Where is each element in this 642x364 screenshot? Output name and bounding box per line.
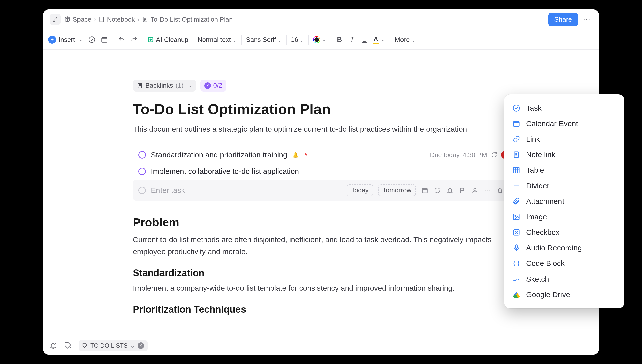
breadcrumb: Space › Notebook › To-Do List Optimizati… bbox=[64, 16, 233, 23]
svg-point-10 bbox=[513, 105, 520, 111]
menu-label: Checkbox bbox=[526, 228, 559, 237]
insert-menu-attachment[interactable]: Attachment bbox=[504, 194, 624, 209]
task-checkmark-button[interactable] bbox=[88, 36, 96, 44]
quick-date-today[interactable]: Today bbox=[347, 184, 373, 196]
table-icon bbox=[512, 166, 521, 174]
delete-task-icon[interactable] bbox=[496, 186, 504, 194]
page-title[interactable]: To-Do List Optimization Plan bbox=[133, 101, 509, 117]
insert-menu-checkbox[interactable]: Checkbox bbox=[504, 225, 624, 240]
ai-cleanup-button[interactable]: AI Cleanup bbox=[147, 36, 188, 44]
menu-label: Audio Recording bbox=[526, 244, 582, 252]
redo-button[interactable] bbox=[130, 36, 138, 44]
italic-button[interactable]: I bbox=[348, 36, 356, 44]
calendar-icon bbox=[512, 119, 521, 128]
menu-label: Code Block bbox=[526, 259, 565, 268]
remove-tag-button[interactable]: ✕ bbox=[138, 342, 144, 349]
share-button[interactable]: Share bbox=[548, 13, 578, 26]
font-family-select[interactable]: Sans Serif bbox=[246, 36, 282, 44]
menu-label: Table bbox=[526, 166, 544, 174]
insert-menu-google-drive[interactable]: Google Drive bbox=[504, 287, 624, 302]
svg-rect-6 bbox=[422, 188, 427, 193]
insert-menu-image[interactable]: Image bbox=[504, 209, 624, 225]
backlinks-chip[interactable]: Backlinks (1) bbox=[133, 80, 196, 92]
task-icon bbox=[512, 104, 521, 112]
task-checkbox[interactable] bbox=[138, 168, 146, 175]
task-row[interactable]: Standardization and prioritization train… bbox=[133, 147, 509, 163]
menu-label: Link bbox=[526, 135, 540, 143]
insert-menu-divider[interactable]: Divider bbox=[504, 178, 624, 194]
breadcrumb-page-label: To-Do List Optimization Plan bbox=[150, 16, 233, 23]
font-color-a-icon: A bbox=[373, 35, 379, 44]
repeat-icon bbox=[491, 152, 497, 158]
font-color-button[interactable]: A bbox=[373, 35, 385, 44]
more-options-button[interactable]: ··· bbox=[581, 14, 592, 25]
svg-rect-17 bbox=[515, 245, 517, 249]
insert-menu-table[interactable]: Table bbox=[504, 162, 624, 178]
task-checkbox-empty[interactable] bbox=[138, 187, 146, 194]
section-heading-standardization[interactable]: Standardization bbox=[133, 268, 509, 279]
attachment-icon bbox=[512, 197, 521, 206]
sparkle-icon bbox=[147, 36, 154, 43]
new-task-row: Today Tomorrow ··· bbox=[133, 180, 509, 201]
flag-icon[interactable] bbox=[458, 186, 466, 194]
backlinks-label: Backlinks bbox=[145, 82, 173, 89]
task-row[interactable]: Implement collaborative to-do list appli… bbox=[133, 163, 509, 180]
tag-label: TO DO LISTS bbox=[90, 342, 128, 349]
more-formatting-button[interactable]: More bbox=[395, 36, 415, 44]
date-picker-icon[interactable] bbox=[421, 186, 429, 194]
insert-menu-note-link[interactable]: Note link bbox=[504, 147, 624, 162]
breadcrumb-space[interactable]: Space bbox=[64, 16, 91, 23]
breadcrumb-space-label: Space bbox=[73, 16, 91, 23]
page-subtitle[interactable]: This document outlines a strategic plan … bbox=[133, 123, 509, 135]
bold-button[interactable]: B bbox=[335, 36, 343, 44]
link-icon bbox=[512, 135, 521, 143]
insert-menu-task[interactable]: Task bbox=[504, 100, 624, 116]
section-body-problem[interactable]: Current to-do list methods are often dis… bbox=[133, 234, 509, 258]
underline-button[interactable]: U bbox=[360, 36, 368, 44]
insert-menu-calendar-event[interactable]: Calendar Event bbox=[504, 116, 624, 131]
add-tag-button[interactable] bbox=[64, 341, 73, 350]
section-heading-prioritization[interactable]: Prioritization Techniques bbox=[133, 304, 509, 315]
calendar-button[interactable] bbox=[100, 36, 108, 44]
tag-chip[interactable]: TO DO LISTS ⌄ ✕ bbox=[79, 340, 148, 351]
insert-menu-code-block[interactable]: Code Block bbox=[504, 256, 624, 271]
font-size-select[interactable]: 16 bbox=[291, 36, 304, 44]
add-reminder-button[interactable] bbox=[49, 341, 58, 350]
svg-point-15 bbox=[515, 215, 516, 217]
app-window: Space › Notebook › To-Do List Optimizati… bbox=[43, 9, 599, 355]
assignee-icon[interactable] bbox=[471, 186, 479, 194]
section-body-standardization[interactable]: Implement a company-wide to-do list temp… bbox=[133, 282, 509, 294]
toolbar: + Insert AI Cleanup Normal text Sans Ser… bbox=[43, 30, 599, 50]
section-heading-problem[interactable]: Problem bbox=[133, 216, 509, 229]
svg-rect-13 bbox=[514, 167, 519, 173]
note-icon bbox=[512, 150, 521, 159]
google-drive-icon bbox=[512, 290, 521, 299]
undo-button[interactable] bbox=[118, 36, 126, 44]
insert-label: Insert bbox=[59, 36, 75, 44]
insert-menu-audio-recording[interactable]: Audio Recording bbox=[504, 240, 624, 256]
repeat-icon[interactable] bbox=[433, 186, 441, 194]
task-checkbox[interactable] bbox=[138, 151, 146, 159]
task-title: Standardization and prioritization train… bbox=[151, 151, 287, 159]
breadcrumb-notebook[interactable]: Notebook bbox=[98, 16, 135, 23]
task-due-label: Due today, 4:30 PM bbox=[430, 151, 487, 159]
reminder-bell-icon[interactable] bbox=[446, 186, 454, 194]
bottombar: TO DO LISTS ⌄ ✕ bbox=[43, 336, 599, 355]
insert-menu-link[interactable]: Link bbox=[504, 131, 624, 147]
more-task-options[interactable]: ··· bbox=[484, 186, 492, 194]
quick-date-tomorrow[interactable]: Tomorrow bbox=[378, 184, 416, 196]
new-task-input[interactable] bbox=[151, 186, 342, 195]
expand-window-button[interactable] bbox=[50, 14, 61, 25]
breadcrumb-separator: › bbox=[94, 16, 96, 23]
progress-text: 0/2 bbox=[213, 82, 222, 89]
insert-button[interactable]: + Insert bbox=[48, 36, 83, 44]
text-style-select[interactable]: Normal text bbox=[198, 36, 237, 44]
breadcrumb-page[interactable]: To-Do List Optimization Plan bbox=[142, 16, 233, 23]
insert-menu-sketch[interactable]: Sketch bbox=[504, 271, 624, 287]
color-picker-button[interactable] bbox=[313, 36, 326, 43]
sketch-icon bbox=[512, 275, 521, 283]
progress-chip[interactable]: ✓ 0/2 bbox=[200, 80, 226, 92]
menu-label: Note link bbox=[526, 150, 555, 159]
menu-label: Google Drive bbox=[526, 290, 570, 299]
topbar: Space › Notebook › To-Do List Optimizati… bbox=[43, 9, 599, 30]
